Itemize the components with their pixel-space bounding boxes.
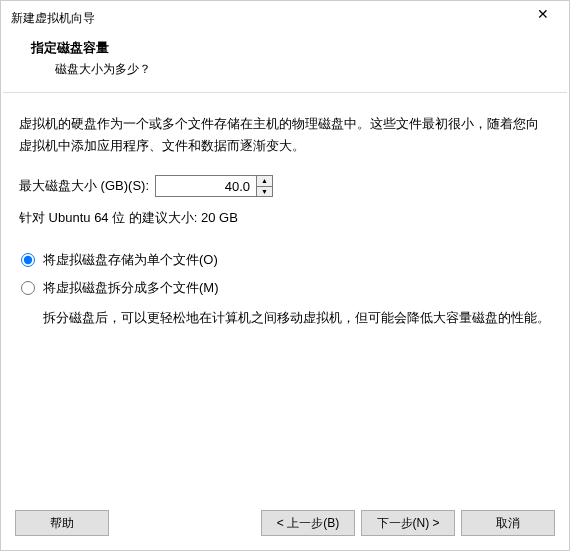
disk-size-row: 最大磁盘大小 (GB)(S): ▲ ▼ [19,175,551,197]
radio-split-label: 将虚拟磁盘拆分成多个文件(M) [43,279,219,297]
wizard-header: 指定磁盘容量 磁盘大小为多少？ [1,33,569,88]
radio-single-input[interactable] [21,253,35,267]
next-button[interactable]: 下一步(N) > [361,510,455,536]
content-area: 虚拟机的硬盘作为一个或多个文件存储在主机的物理磁盘中。这些文件最初很小，随着您向… [1,93,569,500]
spinner-down-button[interactable]: ▼ [257,187,272,197]
help-button[interactable]: 帮助 [15,510,109,536]
wizard-footer: 帮助 < 上一步(B) 下一步(N) > 取消 [1,500,569,550]
radio-split-files[interactable]: 将虚拟磁盘拆分成多个文件(M) [21,279,551,297]
chevron-up-icon: ▲ [261,177,268,184]
radio-single-file[interactable]: 将虚拟磁盘存储为单个文件(O) [21,251,551,269]
page-title: 指定磁盘容量 [31,39,559,57]
back-button[interactable]: < 上一步(B) [261,510,355,536]
page-subtitle: 磁盘大小为多少？ [55,61,559,78]
disk-size-input[interactable] [156,176,256,196]
disk-size-label: 最大磁盘大小 (GB)(S): [19,177,149,195]
footer-spacer [115,510,255,536]
disk-size-spinner[interactable]: ▲ ▼ [155,175,273,197]
chevron-down-icon: ▼ [261,188,268,195]
radio-single-label: 将虚拟磁盘存储为单个文件(O) [43,251,218,269]
spinner-buttons: ▲ ▼ [256,176,272,196]
close-icon: ✕ [537,6,549,22]
recommended-size-text: 针对 Ubuntu 64 位 的建议大小: 20 GB [19,209,551,227]
split-description: 拆分磁盘后，可以更轻松地在计算机之间移动虚拟机，但可能会降低大容量磁盘的性能。 [43,307,551,329]
window-title: 新建虚拟机向导 [11,10,95,27]
cancel-button[interactable]: 取消 [461,510,555,536]
titlebar: 新建虚拟机向导 ✕ [1,1,569,33]
spinner-up-button[interactable]: ▲ [257,176,272,187]
description-text: 虚拟机的硬盘作为一个或多个文件存储在主机的物理磁盘中。这些文件最初很小，随着您向… [19,113,551,157]
radio-split-input[interactable] [21,281,35,295]
close-button[interactable]: ✕ [523,0,563,28]
